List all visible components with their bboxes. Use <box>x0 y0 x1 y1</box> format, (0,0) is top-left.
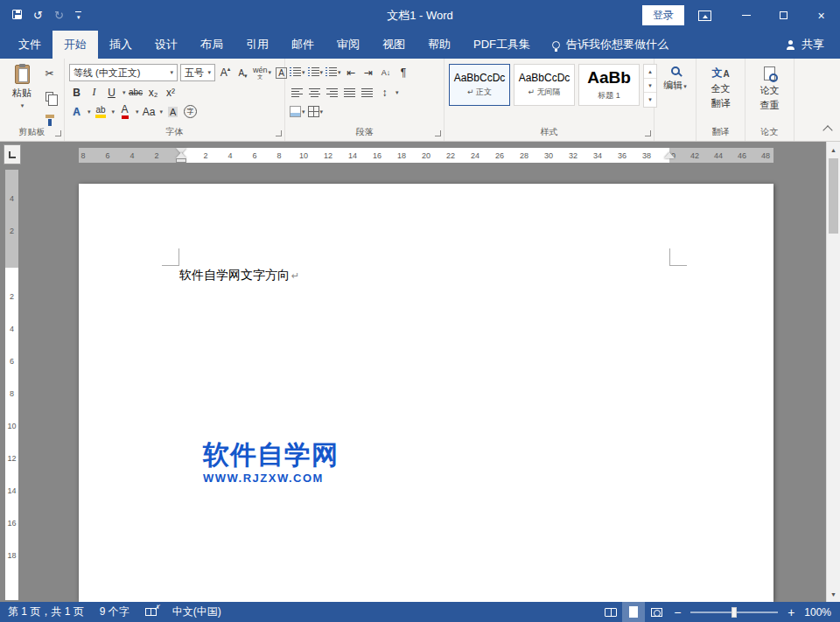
shrink-font-button[interactable]: A▾ <box>235 65 250 81</box>
line-spacing-button[interactable]: ↕ <box>377 84 392 101</box>
align-right-button[interactable] <box>325 84 340 101</box>
maximize-button[interactable] <box>765 0 802 31</box>
web-layout-button[interactable] <box>645 602 668 622</box>
multilevel-list-button[interactable]: ▾ <box>326 64 341 80</box>
font-size-select[interactable]: 五号 ▾ <box>180 64 215 81</box>
decrease-indent-button[interactable]: ⇤ <box>344 64 359 80</box>
borders-icon <box>308 106 319 117</box>
paragraph-group-label: 段落 <box>285 126 444 138</box>
shading-button[interactable]: ▾ <box>290 103 305 120</box>
tab-layout[interactable]: 布局 <box>189 31 234 59</box>
tab-help[interactable]: 帮助 <box>416 31 462 59</box>
document-page[interactable]: 软件自学网文字方向 ↵ 软件自学网 WWW.RJZXW.COM <box>79 184 774 602</box>
underline-button[interactable]: U <box>104 84 119 101</box>
proofing-status[interactable]: ✗ <box>137 602 164 622</box>
paste-button[interactable]: 粘贴 ▾ <box>5 63 38 121</box>
font-dialog-launcher[interactable] <box>276 130 282 136</box>
style-normal[interactable]: AaBbCcDc ↵ 正文 <box>449 64 510 106</box>
minimize-button[interactable] <box>727 0 765 31</box>
scrollbar-thumb[interactable] <box>829 158 838 234</box>
scroll-down-button[interactable]: ▼ <box>827 587 840 601</box>
read-mode-button[interactable] <box>599 602 622 622</box>
cut-button[interactable]: ✂ <box>42 65 57 81</box>
styles-group: AaBbCcDc ↵ 正文 AaBbCcDc ↵ 无间隔 AaBb 标题 1 ▴… <box>444 59 654 141</box>
align-center-button[interactable] <box>307 84 322 101</box>
login-button[interactable]: 登录 <box>642 5 684 25</box>
tab-pdf-tools[interactable]: PDF工具集 <box>462 31 542 59</box>
tab-review[interactable]: 审阅 <box>326 31 371 59</box>
right-indent-marker[interactable] <box>664 152 675 158</box>
ribbon-display-options-button[interactable] <box>698 10 711 21</box>
scroll-up-button[interactable]: ▲ <box>827 143 840 157</box>
undo-button[interactable]: ↺ <box>33 9 43 22</box>
vertical-scrollbar[interactable]: ▲ ▼ <box>826 142 840 602</box>
strikethrough-button[interactable]: abc <box>129 84 144 101</box>
word-window: ↺ ↻ ▾ 文档1 - Word 登录 × 文件 开始 插入 设计 布局 引用 … <box>0 0 840 622</box>
font-color-button[interactable]: A <box>117 103 132 120</box>
borders-button[interactable]: ▾ <box>308 103 324 120</box>
redo-button[interactable]: ↻ <box>54 9 64 22</box>
tab-stop-selector[interactable] <box>4 144 21 164</box>
subscript-button[interactable]: x₂ <box>146 84 161 101</box>
character-shading-button[interactable]: A <box>165 103 180 120</box>
styles-dialog-launcher[interactable] <box>645 130 651 136</box>
highlight-color-button[interactable]: ab <box>94 103 108 120</box>
sort-button[interactable]: A↓ <box>379 64 394 80</box>
font-family-select[interactable]: 等线 (中文正文) ▾ <box>69 64 178 81</box>
paragraph-dialog-launcher[interactable] <box>435 130 441 136</box>
change-case-button[interactable]: Aa <box>142 103 157 120</box>
collapse-ribbon-button[interactable] <box>822 125 832 135</box>
tab-design[interactable]: 设计 <box>144 31 189 59</box>
horizontal-ruler[interactable]: 8642 2468101214161820222426283032343638 … <box>79 148 774 163</box>
customize-quick-access-button[interactable]: ▾ <box>75 11 81 20</box>
chevron-down-icon[interactable]: ▾ <box>122 89 126 96</box>
superscript-button[interactable]: x² <box>164 84 178 101</box>
language-indicator[interactable]: 中文(中国) <box>164 602 229 622</box>
vertical-ruler[interactable]: 42 24681012141618 <box>5 170 18 600</box>
save-button[interactable] <box>12 9 22 22</box>
enclose-characters-button[interactable]: 字 <box>183 103 198 120</box>
style-no-spacing[interactable]: AaBbCcDc ↵ 无间隔 <box>514 64 575 106</box>
zoom-slider[interactable] <box>690 612 778 613</box>
distribute-button[interactable] <box>360 84 374 101</box>
print-layout-button[interactable] <box>622 602 645 622</box>
editing-group: 编辑▾ <box>654 59 696 141</box>
bullets-button[interactable]: ▾ <box>290 64 305 80</box>
zoom-slider-thumb[interactable] <box>732 607 737 618</box>
style-name: ↵ 正文 <box>467 87 492 98</box>
close-button[interactable]: × <box>802 0 840 31</box>
bold-button[interactable]: B <box>69 84 84 101</box>
grow-font-button[interactable]: A▴ <box>218 65 233 81</box>
tab-mailings[interactable]: 邮件 <box>280 31 326 59</box>
phonetic-guide-button[interactable]: wén文▾ <box>253 65 271 81</box>
numbering-button[interactable]: ▾ <box>308 64 324 80</box>
paper-check-button[interactable]: 论文 查重 <box>746 66 794 112</box>
tab-view[interactable]: 视图 <box>371 31 416 59</box>
increase-indent-button[interactable]: ⇥ <box>361 64 376 80</box>
word-count[interactable]: 9 个字 <box>92 602 137 622</box>
editing-button[interactable]: 编辑▾ <box>654 66 696 92</box>
tab-home[interactable]: 开始 <box>52 31 98 59</box>
page-indicator[interactable]: 第 1 页，共 1 页 <box>0 602 92 622</box>
zoom-out-button[interactable]: − <box>668 602 687 622</box>
show-marks-button[interactable]: ¶ <box>396 64 411 80</box>
tab-references[interactable]: 引用 <box>234 31 280 59</box>
style-heading-1[interactable]: AaBb 标题 1 <box>578 64 640 106</box>
tab-file[interactable]: 文件 <box>7 31 52 59</box>
hanging-indent-marker[interactable] <box>176 152 186 158</box>
left-indent-marker[interactable] <box>176 158 186 163</box>
text-effects-button[interactable]: A <box>69 103 84 120</box>
web-layout-icon <box>651 608 662 617</box>
italic-button[interactable]: I <box>87 84 102 101</box>
tell-me-box[interactable]: 告诉我你想要做什么 <box>542 31 679 59</box>
full-text-translate-button[interactable]: 文A 全文 翻译 <box>696 66 745 110</box>
justify-button[interactable] <box>342 84 357 101</box>
zoom-percentage[interactable]: 100% <box>801 606 840 619</box>
align-left-button[interactable] <box>290 84 304 101</box>
copy-button[interactable] <box>42 88 57 105</box>
zoom-in-button[interactable]: + <box>781 602 801 622</box>
clipboard-dialog-launcher[interactable] <box>55 130 61 136</box>
tab-insert[interactable]: 插入 <box>98 31 144 59</box>
share-button[interactable]: 共享 <box>770 31 840 59</box>
shading-icon <box>290 106 301 117</box>
